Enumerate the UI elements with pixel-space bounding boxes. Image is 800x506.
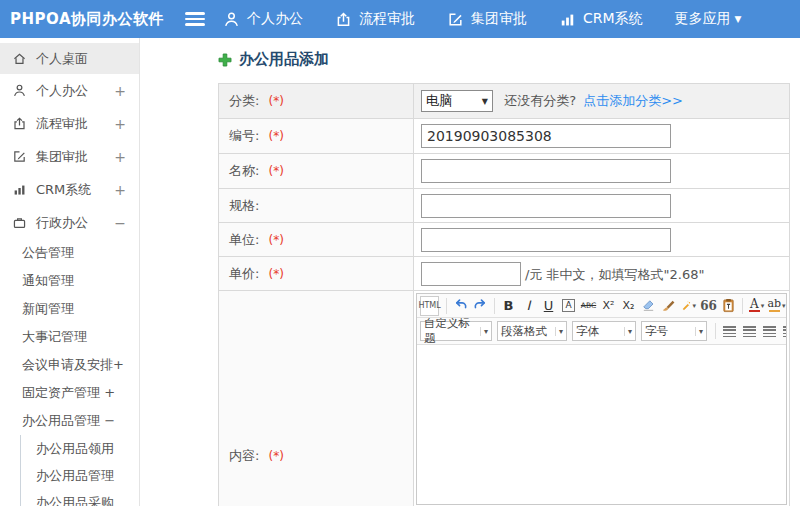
align-center-button[interactable] [740, 321, 759, 341]
font-family-select[interactable]: 字体 ▾ [572, 321, 636, 341]
sidebar-item-fixed-assets-mgmt[interactable]: 固定资产管理 + [0, 379, 139, 407]
form-row-content: 内容: (*) HTML [219, 291, 790, 506]
sidebar-item-meeting-mgmt[interactable]: 会议申请及安排+ [0, 351, 139, 379]
font-size-select[interactable]: 字号 ▾ [641, 321, 707, 341]
office-supplies-submenu: 办公用品领用 办公用品管理 办公用品采购 [20, 435, 139, 506]
collapse-toggle[interactable]: − [114, 215, 131, 231]
sidebar-item-supplies-manage[interactable]: 办公用品管理 [21, 462, 139, 489]
required-marker: (*) [269, 267, 284, 281]
source-code-button[interactable]: HTML [420, 296, 439, 316]
expand-toggle[interactable]: + [114, 83, 131, 99]
sidebar-item-office-supplies-mgmt[interactable]: 办公用品管理 − [0, 407, 139, 435]
bold-button[interactable]: B [499, 296, 518, 316]
strikethrough-button[interactable]: ABC [579, 296, 598, 316]
italic-button[interactable]: I [519, 296, 538, 316]
price-input[interactable] [421, 262, 521, 286]
sidebar-item-workflow-approval[interactable]: 流程审批 + [0, 107, 139, 140]
sidebar-item-supplies-purchase[interactable]: 办公用品采购 [21, 489, 139, 506]
format-clear-eraser-button[interactable] [639, 296, 658, 316]
spec-input[interactable] [421, 194, 671, 218]
undo-button[interactable] [451, 296, 470, 316]
caret-down-icon: ▾ [782, 302, 786, 310]
topnav-workflow-approval[interactable]: 流程审批 [335, 10, 415, 28]
menu-toggle-icon[interactable] [185, 12, 205, 26]
topnav-personal-office[interactable]: 个人办公 [223, 10, 303, 28]
sidebar-item-personal-office[interactable]: 个人办公 + [0, 74, 139, 107]
align-left-button[interactable] [720, 321, 739, 341]
field-label: 规格: [229, 198, 259, 213]
expand-toggle[interactable]: + [114, 116, 131, 132]
sidebar: 个人桌面 个人办公 + 流程审批 + 集团审批 + [0, 38, 140, 506]
sidebar-item-crm[interactable]: CRM系统 + [0, 173, 139, 206]
expand-toggle[interactable]: + [114, 182, 131, 198]
subscript-button[interactable]: X₂ [619, 296, 638, 316]
paste-button[interactable] [719, 296, 738, 316]
select-value: 字体 [576, 324, 599, 339]
topnav-group-approval[interactable]: 集团审批 [447, 10, 527, 28]
sidebar-item-group-approval[interactable]: 集团审批 + [0, 140, 139, 173]
price-value-cell: /元 非中文，如填写格式"2.68" [414, 257, 790, 291]
align-justify-button[interactable] [780, 321, 786, 341]
highlight-color-button[interactable]: ab ▾ [767, 296, 786, 316]
caret-down-icon: ▾ [692, 302, 696, 310]
caret-down-icon: ▾ [480, 327, 488, 336]
sidebar-item-personal-desktop[interactable]: 个人桌面 [0, 43, 139, 74]
name-label-cell: 名称: (*) [219, 154, 414, 189]
sidebar-item-admin-office[interactable]: 行政办公 − [0, 206, 139, 239]
page-title: 办公用品添加 [239, 50, 329, 69]
paragraph-format-select[interactable]: 段落格式 ▾ [497, 321, 567, 341]
add-category-link[interactable]: 点击添加分类>> [583, 93, 683, 108]
unit-input[interactable] [421, 228, 671, 252]
required-marker: (*) [269, 449, 284, 463]
toolbar-divider [742, 298, 743, 314]
sidebar-item-label: 个人桌面 [36, 50, 88, 68]
sub-item-label: 办公用品领用 [36, 440, 114, 458]
align-right-button[interactable] [760, 321, 779, 341]
superscript-button[interactable]: X² [599, 296, 618, 316]
redo-button[interactable] [471, 296, 490, 316]
topnav-label: 集团审批 [471, 10, 527, 28]
blockquote-button[interactable]: 66 [699, 296, 718, 316]
font-color-button[interactable]: A ▾ [747, 296, 766, 316]
caret-down-icon: ▾ [695, 327, 703, 336]
font-border-button[interactable]: A [559, 296, 578, 316]
required-marker: (*) [269, 129, 284, 143]
toolbar-divider [494, 298, 495, 314]
required-marker: (*) [269, 94, 284, 108]
briefcase-icon [12, 215, 28, 231]
unit-label-cell: 单位: (*) [219, 223, 414, 257]
topnav-label: CRM系统 [583, 10, 643, 28]
topnav-label: 个人办公 [247, 10, 303, 28]
field-label: 分类: [229, 93, 259, 108]
form-row-code: 编号: (*) [219, 119, 790, 154]
topnav-more-apps[interactable]: 更多应用 ▼ [675, 10, 742, 28]
main-content: 办公用品添加 分类: (*) 电脑 ▼ 还没有分类? 点击添加分类>> [140, 38, 800, 506]
custom-heading-select[interactable]: 自定义标题 ▾ [420, 321, 492, 341]
name-input[interactable] [421, 159, 671, 183]
sidebar-item-memorabilia-mgmt[interactable]: 大事记管理 [0, 323, 139, 351]
rich-text-editor: HTML B I U A [416, 293, 787, 505]
field-label: 名称: [229, 163, 259, 178]
share-icon [12, 116, 28, 132]
sidebar-item-supplies-claim[interactable]: 办公用品领用 [21, 435, 139, 462]
code-input[interactable] [421, 124, 671, 148]
expand-toggle[interactable]: + [114, 149, 131, 165]
topnav-label: 更多应用 [675, 10, 731, 28]
sidebar-item-label: 个人办公 [36, 82, 88, 100]
sidebar-item-announcement-mgmt[interactable]: 公告管理 [0, 239, 139, 267]
topnav-crm[interactable]: CRM系统 [559, 10, 643, 28]
editor-content-area[interactable] [417, 345, 786, 504]
sidebar-item-news-mgmt[interactable]: 新闻管理 [0, 295, 139, 323]
sidebar-item-notice-mgmt[interactable]: 通知管理 [0, 267, 139, 295]
category-select[interactable]: 电脑 ▼ [421, 90, 493, 112]
autotypeset-wand-button[interactable]: ▾ [679, 296, 698, 316]
field-label: 编号: [229, 128, 259, 143]
sub-item-label: 办公用品管理 [36, 467, 114, 485]
sub-item-label: 大事记管理 [22, 328, 87, 346]
underline-button[interactable]: U [539, 296, 558, 316]
format-painter-brush-button[interactable] [659, 296, 678, 316]
add-plus-icon [218, 53, 232, 67]
sub-item-label: 公告管理 [22, 244, 74, 262]
category-value-cell: 电脑 ▼ 还没有分类? 点击添加分类>> [414, 84, 790, 119]
top-navigation: 个人办公 流程审批 集团审批 CRM系统 更多应用 ▼ [223, 10, 774, 28]
